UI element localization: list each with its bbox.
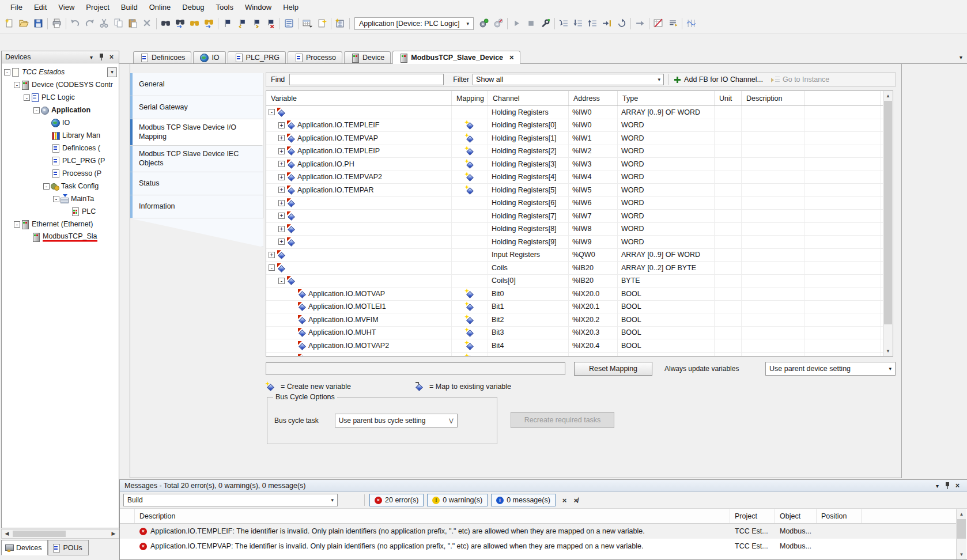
build-icon[interactable] <box>333 16 347 31</box>
active-application-select[interactable]: Application [Device: PLC Logic]▾ <box>354 17 474 30</box>
mapping-row[interactable]: Application.IO.MOTLEI1Bit1%IX20.1BOOL <box>266 301 883 314</box>
mapping-row[interactable]: +Holding Registers[7]%IW7WORD <box>266 210 883 223</box>
mapping-row[interactable]: -Holding Registers%IW0ARRAY [0..9] OF WO… <box>266 106 883 119</box>
tree-item-io[interactable]: IO <box>2 116 119 129</box>
cut-icon[interactable] <box>97 16 111 31</box>
tree-item-library-man[interactable]: Library Man <box>2 129 119 142</box>
step-over-icon[interactable] <box>557 16 571 31</box>
tree-item-modbustcp-sla[interactable]: ModbusTCP_Sla <box>2 230 119 243</box>
step-into-icon[interactable] <box>571 16 586 31</box>
run-to-cursor-icon[interactable] <box>600 16 614 31</box>
menu-online[interactable]: Online <box>143 1 177 13</box>
tree-item-ethernet-ethernet[interactable]: -Ethernet (Ethernet) <box>2 218 119 230</box>
mapping-row[interactable]: Application.IO.MOTVAPBit0%IX20.0BOOL <box>266 287 883 301</box>
clear-bookmarks-icon[interactable] <box>263 16 278 31</box>
warnings-filter-button[interactable]: ! 0 warning(s) <box>427 494 488 506</box>
tab-device[interactable]: Device <box>344 51 391 63</box>
messages-filter-button[interactable]: i 0 message(s) <box>491 494 556 506</box>
expand-toggle[interactable]: - <box>14 82 20 88</box>
menu-view[interactable]: View <box>52 1 80 13</box>
column-header-address[interactable]: Address <box>569 91 618 105</box>
mapping-row[interactable]: +Holding Registers[6]%IW6WORD <box>266 197 883 210</box>
tab-io[interactable]: IO <box>193 51 225 63</box>
tree-item-application[interactable]: -Application <box>2 104 119 116</box>
expand-toggle[interactable]: + <box>278 161 285 167</box>
messages-vscrollbar[interactable]: ▲ ▼ <box>956 509 966 559</box>
redo-icon[interactable] <box>82 16 97 31</box>
expand-toggle[interactable]: - <box>278 278 285 284</box>
print-icon[interactable] <box>50 16 64 31</box>
new-project-icon[interactable] <box>2 16 17 31</box>
online-config-icon[interactable] <box>538 16 553 31</box>
message-row[interactable]: ×Application.IO.TEMPLEIF: The identifier… <box>120 524 956 539</box>
mapping-row[interactable]: +Application.IO.TEMPVAPHolding Registers… <box>266 132 883 145</box>
new-object-icon[interactable] <box>315 16 329 31</box>
login-icon[interactable] <box>477 16 491 31</box>
column-header-description[interactable]: Description <box>742 91 805 105</box>
expand-toggle[interactable]: - <box>14 221 20 228</box>
panel-menu-icon[interactable]: ▾ <box>932 482 942 490</box>
message-category-select[interactable]: Build ▾ <box>123 494 338 506</box>
expand-toggle[interactable]: - <box>4 69 10 75</box>
replace-in-project-icon[interactable] <box>202 16 216 31</box>
tree-item-plc-prg-p[interactable]: PLC_PRG (P <box>2 154 119 167</box>
tree-item-mainta[interactable]: -MainTa <box>2 192 119 205</box>
tab-list-dropdown-icon[interactable]: ▾ <box>960 54 962 60</box>
nav-item-information[interactable]: Information <box>130 195 263 218</box>
menu-window[interactable]: Window <box>239 1 277 13</box>
mapping-row[interactable]: Application.IO.MOTVAP2Bit4%IX20.4BOOL <box>266 339 883 353</box>
reset-icon[interactable] <box>614 16 629 31</box>
scroll-down-icon[interactable]: ▼ <box>883 347 893 355</box>
undo-icon[interactable] <box>68 16 82 31</box>
column-header-type[interactable]: Type <box>618 91 715 105</box>
tree-item-plc-logic[interactable]: -PLC Logic <box>2 91 119 104</box>
column-header-description[interactable]: Description <box>135 509 730 523</box>
close-panel-icon[interactable]: × <box>953 482 962 490</box>
filter-select[interactable]: Show all ▾ <box>473 74 664 85</box>
mapping-row[interactable]: +Application.IO.TEMPARHolding Registers[… <box>266 184 883 197</box>
column-header-project[interactable]: Project <box>730 509 775 523</box>
scroll-up-icon[interactable]: ▲ <box>957 510 966 519</box>
expand-toggle[interactable]: - <box>43 183 50 190</box>
tab-modbustcp-slave-device[interactable]: ModbusTCP_Slave_Device× <box>392 51 520 64</box>
nav-item-status[interactable]: Status <box>130 172 263 195</box>
nav-item-general[interactable]: General <box>130 73 263 96</box>
mapping-edit-input[interactable] <box>266 362 565 375</box>
mapping-row[interactable]: +Application.IO.PHHolding Registers[3]%I… <box>266 158 883 171</box>
tab-definicoes[interactable]: Definicoes <box>133 51 191 63</box>
expand-toggle[interactable]: + <box>278 122 285 128</box>
column-header-mapping[interactable]: Mapping <box>452 91 488 105</box>
expand-toggle[interactable]: - <box>33 107 40 113</box>
nav-item-modbus-tcp-slave-device-iec-objects[interactable]: Modbus TCP Slave Device IEC Objects <box>130 146 263 172</box>
save-project-icon[interactable] <box>31 16 46 31</box>
toggle-bookmark-icon[interactable] <box>220 16 235 31</box>
tree-item-task-config[interactable]: -Task Config <box>2 180 119 192</box>
find-input[interactable] <box>289 74 444 85</box>
expand-toggle[interactable]: - <box>53 196 59 202</box>
copy-icon[interactable] <box>111 16 126 31</box>
replace-icon[interactable] <box>173 16 187 31</box>
menu-debug[interactable]: Debug <box>176 1 210 13</box>
tab-plc-prg[interactable]: PLC_PRG <box>228 51 286 63</box>
scroll-thumb[interactable] <box>13 531 66 537</box>
expand-toggle[interactable]: + <box>278 200 285 206</box>
stop-icon[interactable] <box>524 16 538 31</box>
delete-icon[interactable] <box>140 16 154 31</box>
nav-item-modbus-tcp-slave-device-i-o-mapping[interactable]: Modbus TCP Slave Device I/O Mapping <box>130 119 263 146</box>
column-header-channel[interactable]: Channel <box>488 91 569 105</box>
close-tab-icon[interactable]: × <box>509 53 514 62</box>
open-project-icon[interactable] <box>17 16 31 31</box>
logout-icon[interactable] <box>491 16 505 31</box>
insert-table-icon[interactable] <box>300 16 315 31</box>
add-fb-button[interactable]: Add FB for IO Channel... <box>674 75 763 84</box>
expand-toggle[interactable]: + <box>278 135 285 141</box>
panel-tab-pous[interactable]: POUs <box>48 540 88 555</box>
message-row[interactable]: ×Application.IO.TEMPVAP: The identifier … <box>120 539 956 554</box>
expand-toggle[interactable]: + <box>269 252 275 258</box>
mapping-row[interactable]: +Application.IO.TEMPVAP2Holding Register… <box>266 171 883 184</box>
expand-toggle[interactable]: + <box>278 226 285 232</box>
clear-messages-icon[interactable]: × <box>562 496 567 505</box>
find-in-project-icon[interactable] <box>187 16 202 31</box>
expand-toggle[interactable]: + <box>278 187 285 193</box>
column-header-unit[interactable]: Unit <box>715 91 742 105</box>
